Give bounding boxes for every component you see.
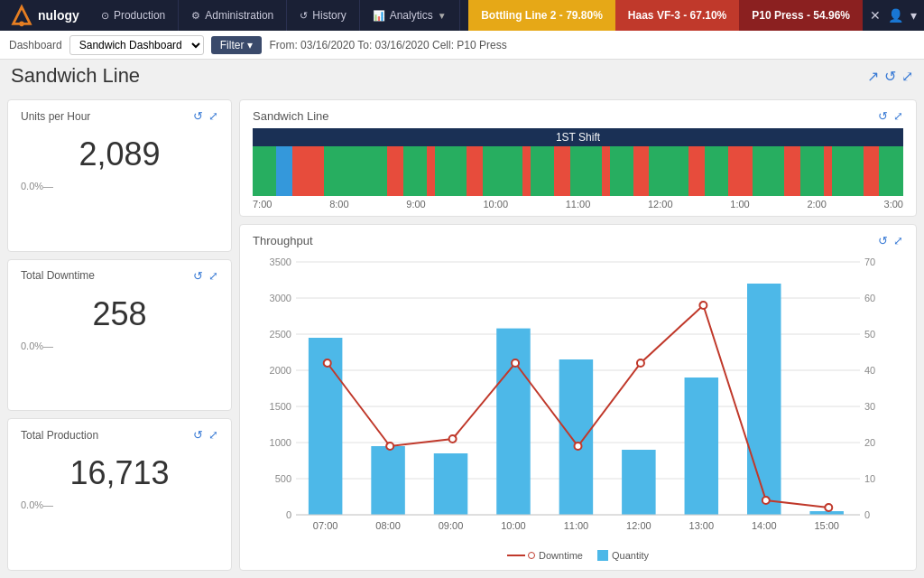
bar-13:00 xyxy=(685,378,719,515)
expand-icon[interactable]: ⤢ xyxy=(901,68,913,85)
analytics-icon: 📊 xyxy=(373,10,385,22)
svg-text:13:00: 13:00 xyxy=(689,520,715,531)
svg-text:0: 0 xyxy=(286,509,291,520)
dashboard-select[interactable]: Sandwich Dashboard xyxy=(69,35,204,55)
alert-haas[interactable]: Haas VF-3 - 67.10% xyxy=(615,0,739,31)
gantt-title: Sandwich Line xyxy=(253,109,329,123)
nav-alerts: Bottling Line 2 - 79.80% Haas VF-3 - 67.… xyxy=(468,0,863,31)
throughput-actions: ↺ ⤢ xyxy=(878,234,903,247)
alert-p10-label: P10 Press - 54.96% xyxy=(752,9,850,22)
downtime-footer: 0.0%— xyxy=(21,340,218,351)
bar-08:00 xyxy=(371,446,405,515)
logo-text: nulogy xyxy=(38,8,79,23)
gantt-segment xyxy=(427,146,435,196)
units-refresh-icon[interactable]: ↺ xyxy=(193,109,203,123)
gantt-segment xyxy=(554,146,570,196)
filter-button[interactable]: Filter ▾ xyxy=(211,36,263,54)
gantt-header: Sandwich Line ↺ ⤢ xyxy=(253,109,903,123)
svg-text:10: 10 xyxy=(864,473,875,484)
nav-analytics[interactable]: 📊 Analytics ▼ xyxy=(360,0,460,31)
gantt-segment xyxy=(467,146,483,196)
svg-point-1 xyxy=(19,22,24,27)
units-value: 2,089 xyxy=(21,128,218,181)
gantt-segment xyxy=(832,146,864,196)
nav-administration[interactable]: ⚙ Administration xyxy=(179,0,287,31)
close-icon[interactable]: ✕ xyxy=(870,8,881,23)
nav-production[interactable]: ⊙ Production xyxy=(88,0,179,31)
gantt-time-label: 8:00 xyxy=(329,199,348,210)
bar-11:00 xyxy=(559,359,594,515)
nav-history[interactable]: ↺ History xyxy=(287,0,359,31)
history-icon: ↺ xyxy=(300,10,308,22)
svg-text:3000: 3000 xyxy=(270,293,291,303)
throughput-refresh-icon[interactable]: ↺ xyxy=(878,234,888,247)
gantt-segment xyxy=(522,146,531,196)
svg-text:2500: 2500 xyxy=(270,329,291,340)
total-production-card: Total Production ↺ ⤢ 16,713 0.0%— xyxy=(7,418,232,571)
units-expand-icon[interactable]: ⤢ xyxy=(208,109,218,123)
right-panel: Sandwich Line ↺ ⤢ 1ST Shift 7:008:009:00… xyxy=(239,92,924,578)
logo: nulogy xyxy=(0,3,88,28)
svg-text:50: 50 xyxy=(864,329,875,340)
legend-downtime-label: Downtime xyxy=(539,550,583,561)
bar-15:00 xyxy=(809,511,844,515)
svg-text:0: 0 xyxy=(864,509,870,520)
throughput-expand-icon[interactable]: ⤢ xyxy=(893,234,903,247)
main-content: Units per Hour ↺ ⤢ 2,089 0.0%— Total Dow… xyxy=(0,92,924,578)
gantt-segment xyxy=(292,146,324,196)
legend-downtime: Downtime xyxy=(507,550,583,561)
share-icon[interactable]: ↗ xyxy=(867,68,879,85)
nav-right: ✕ 👤 ▾ xyxy=(863,8,924,23)
nav-analytics-label: Analytics xyxy=(390,9,433,22)
svg-text:08:00: 08:00 xyxy=(375,520,401,531)
bar-10:00 xyxy=(496,329,531,515)
svg-text:40: 40 xyxy=(864,365,875,376)
gantt-segment xyxy=(864,146,880,196)
gantt-segment xyxy=(276,146,292,196)
throughput-card: Throughput ↺ ⤢ 0500100015002000250030003… xyxy=(239,224,917,571)
gantt-time-label: 10:00 xyxy=(483,199,508,210)
units-title: Units per Hour xyxy=(21,110,90,123)
production-refresh-icon[interactable]: ↺ xyxy=(193,428,203,442)
admin-icon: ⚙ xyxy=(191,10,200,22)
units-header: Units per Hour ↺ ⤢ xyxy=(21,109,218,123)
gantt-card: Sandwich Line ↺ ⤢ 1ST Shift 7:008:009:00… xyxy=(239,99,917,217)
downtime-expand-icon[interactable]: ⤢ xyxy=(208,269,218,283)
gantt-expand-icon[interactable]: ⤢ xyxy=(893,109,903,123)
alert-bottling[interactable]: Bottling Line 2 - 79.80% xyxy=(468,0,615,31)
legend-quantity-label: Quantity xyxy=(612,550,649,561)
throughput-svg: 0500100015002000250030003500010203040506… xyxy=(253,253,903,546)
page-title-bar: Sandwich Line ↗ ↺ ⤢ xyxy=(0,60,924,92)
svg-text:70: 70 xyxy=(864,256,875,267)
alert-p10[interactable]: P10 Press - 54.96% xyxy=(739,0,863,31)
throughput-header: Throughput ↺ ⤢ xyxy=(253,234,903,247)
top-nav: nulogy ⊙ Production ⚙ Administration ↺ H… xyxy=(0,0,924,31)
nav-production-label: Production xyxy=(114,9,165,22)
dropdown-icon[interactable]: ▾ xyxy=(910,8,917,23)
gantt-segment xyxy=(800,146,824,196)
page-title: Sandwich Line xyxy=(11,64,140,88)
left-panel: Units per Hour ↺ ⤢ 2,089 0.0%— Total Dow… xyxy=(0,92,239,578)
throughput-chart: 0500100015002000250030003500010203040506… xyxy=(253,253,903,546)
gantt-segment xyxy=(728,146,752,196)
gantt-segment xyxy=(705,146,728,196)
bar-14:00 xyxy=(747,284,781,515)
production-icon: ⊙ xyxy=(101,10,109,22)
gantt-segment xyxy=(610,146,633,196)
refresh-icon[interactable]: ↺ xyxy=(884,68,896,85)
gantt-shift-label: 1ST Shift xyxy=(253,128,903,146)
gantt-segment xyxy=(387,146,403,196)
svg-point-39 xyxy=(575,443,582,450)
nav-history-label: History xyxy=(312,9,346,22)
production-expand-icon[interactable]: ⤢ xyxy=(208,428,218,442)
downtime-refresh-icon[interactable]: ↺ xyxy=(193,269,203,283)
svg-point-43 xyxy=(825,504,832,511)
throughput-title: Throughput xyxy=(253,234,313,247)
gantt-segment xyxy=(879,146,902,196)
gantt-refresh-icon[interactable]: ↺ xyxy=(878,109,888,123)
production-title: Total Production xyxy=(21,429,98,442)
user-icon[interactable]: 👤 xyxy=(888,8,903,23)
svg-text:11:00: 11:00 xyxy=(564,520,589,531)
filter-info: From: 03/16/2020 To: 03/16/2020 Cell: P1… xyxy=(269,39,506,51)
svg-text:3500: 3500 xyxy=(270,256,291,267)
